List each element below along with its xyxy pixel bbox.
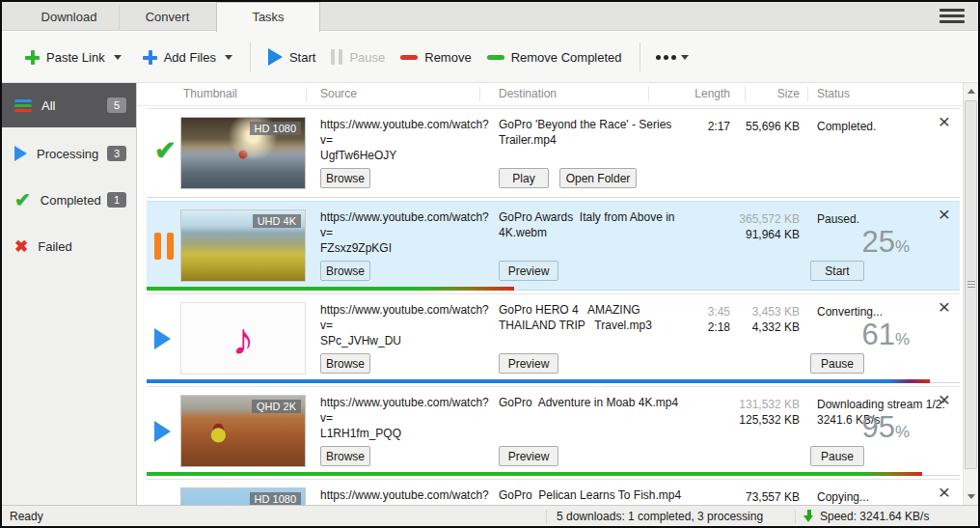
plus-icon xyxy=(25,50,40,65)
arrow-down-icon xyxy=(967,494,975,499)
pause-task-button[interactable]: Pause xyxy=(810,353,864,374)
open-folder-button[interactable]: Open Folder xyxy=(559,168,637,188)
task-row[interactable]: ✔ HD 1080 https://www.youtube.com/watch?… xyxy=(147,108,960,198)
sidebar-item-all[interactable]: All 5 xyxy=(2,83,136,127)
header-status: Status xyxy=(817,87,850,100)
video-thumbnail: HD 1080 xyxy=(180,487,306,505)
start-task-button[interactable]: Start xyxy=(810,261,864,281)
sidebar: All 5 Processing 3 ✔ Completed 1 ✖ Faile… xyxy=(2,83,137,505)
add-files-button[interactable]: Add Files xyxy=(135,42,240,72)
scrollbar-thumb[interactable] xyxy=(965,100,977,469)
progress-bar xyxy=(147,287,514,291)
quality-badge: HD 1080 xyxy=(250,122,301,135)
table-header: Thumbnail Source Destination Length Size… xyxy=(137,83,963,106)
task-list: ✔ HD 1080 https://www.youtube.com/watch?… xyxy=(137,107,963,505)
paste-link-button[interactable]: Paste Link xyxy=(17,42,129,72)
sidebar-item-processing[interactable]: Processing 3 xyxy=(2,134,136,173)
quality-badge: QHD 2K xyxy=(252,400,301,413)
dot-icon xyxy=(664,55,668,60)
close-icon[interactable]: × xyxy=(936,484,953,501)
close-icon[interactable]: × xyxy=(936,391,953,408)
tab-download[interactable]: Download xyxy=(19,5,119,31)
header-source: Source xyxy=(320,87,357,100)
task-row[interactable]: UHD 4K https://www.youtube.com/watch?v=F… xyxy=(147,201,960,291)
hamburger-menu-icon[interactable] xyxy=(939,9,965,25)
count-badge: 3 xyxy=(107,146,126,161)
downloads-summary: 5 downloads: 1 completed, 3 processing xyxy=(546,510,795,523)
vertical-scrollbar[interactable] xyxy=(963,83,978,505)
length-cell: 3:45 2:18 xyxy=(658,304,730,335)
count-badge: 1 xyxy=(107,192,126,208)
chevron-down-icon[interactable] xyxy=(114,55,122,60)
browse-button[interactable]: Browse xyxy=(320,168,370,188)
video-thumbnail: QHD 2K xyxy=(180,395,306,467)
download-arrow-icon xyxy=(803,510,814,522)
quality-badge: HD 1080 xyxy=(250,492,301,505)
size-cell: 131,532 KB 125,532 KB xyxy=(721,397,800,428)
chevron-down-icon xyxy=(681,55,689,60)
scroll-down-button[interactable] xyxy=(964,488,979,505)
progress-bar xyxy=(147,472,922,476)
sidebar-item-completed[interactable]: ✔ Completed 1 xyxy=(2,181,136,219)
progress-percent: 95% xyxy=(861,410,910,445)
source-url: https://www.youtube.com/watch?v=SPc_JVHw… xyxy=(320,303,494,348)
close-icon[interactable]: × xyxy=(936,298,953,316)
processing-icon xyxy=(14,146,27,161)
count-badge: 5 xyxy=(107,97,126,113)
chevron-down-icon[interactable] xyxy=(225,55,232,60)
sidebar-item-failed[interactable]: ✖ Failed xyxy=(2,227,136,265)
play-button[interactable]: Play xyxy=(499,168,549,188)
failed-icon: ✖ xyxy=(14,238,28,255)
start-button[interactable]: Start xyxy=(260,41,323,73)
toolbar: Paste Link Add Files Start Pause Remove … xyxy=(2,32,978,83)
status-bar: Ready 5 downloads: 1 completed, 3 proces… xyxy=(2,505,978,526)
header-destination: Destination xyxy=(499,87,557,100)
browse-button[interactable]: Browse xyxy=(320,353,370,374)
close-icon[interactable]: × xyxy=(936,113,953,130)
pause-button[interactable]: Pause xyxy=(323,42,393,72)
destination-file: GoPro Pelican Learns To Fish.mp4 xyxy=(499,488,699,504)
header-size: Size xyxy=(721,87,800,100)
length-cell: 2:17 xyxy=(658,119,730,134)
header-length: Length xyxy=(658,87,730,100)
speed-indicator: Speed: 3241.64 KB/s xyxy=(795,510,978,523)
remove-button[interactable]: Remove xyxy=(393,42,478,72)
task-table: Thumbnail Source Destination Length Size… xyxy=(137,83,963,505)
progress-percent: 61% xyxy=(861,318,910,352)
preview-button[interactable]: Preview xyxy=(499,446,558,466)
progress-percent: 25% xyxy=(861,225,910,260)
arrow-up-icon xyxy=(967,89,975,94)
tab-bar: Download Convert Tasks xyxy=(2,2,978,31)
grip-icon xyxy=(967,281,975,290)
destination-file: GoPro Awards Italy from Above in 4K.webm xyxy=(499,210,699,241)
video-thumbnail: UHD 4K xyxy=(180,209,306,282)
dot-icon xyxy=(656,55,661,60)
task-row[interactable]: QHD 2K https://www.youtube.com/watch?v=L… xyxy=(147,386,960,476)
paused-icon xyxy=(154,233,174,260)
app-window: Download Convert Tasks Paste Link Add Fi… xyxy=(0,0,980,528)
audio-thumbnail: ♪ xyxy=(180,302,306,375)
more-options-button[interactable] xyxy=(650,47,694,68)
browse-button[interactable]: Browse xyxy=(320,261,370,281)
play-icon xyxy=(268,48,283,66)
size-cell: 365,572 KB 91,964 KB xyxy=(721,211,800,242)
completed-icon: ✔ xyxy=(154,138,177,164)
tab-tasks[interactable]: Tasks xyxy=(216,2,320,32)
pause-task-button[interactable]: Pause xyxy=(810,446,864,466)
source-url: https://www.youtube.com/watch?v=UgfTw6He… xyxy=(320,118,494,163)
scroll-up-button[interactable] xyxy=(964,83,979,99)
plus-icon xyxy=(143,50,157,65)
preview-button[interactable]: Preview xyxy=(499,353,558,374)
source-url: https://www.youtube.com/watch?v=zwI0amOW… xyxy=(320,488,494,505)
source-url: https://www.youtube.com/watch?v=L1RH1fm_… xyxy=(320,396,494,441)
pause-icon xyxy=(331,49,342,65)
task-row[interactable]: ♪ https://www.youtube.com/watch?v=SPc_JV… xyxy=(147,293,960,383)
remove-completed-button[interactable]: Remove Completed xyxy=(479,42,630,72)
progress-bar xyxy=(147,379,930,383)
dot-icon xyxy=(671,55,676,60)
close-icon[interactable]: × xyxy=(936,206,953,223)
preview-button[interactable]: Preview xyxy=(499,261,558,281)
task-row[interactable]: HD 1080 https://www.youtube.com/watch?v=… xyxy=(147,479,960,505)
tab-convert[interactable]: Convert xyxy=(119,5,215,31)
browse-button[interactable]: Browse xyxy=(320,446,370,466)
